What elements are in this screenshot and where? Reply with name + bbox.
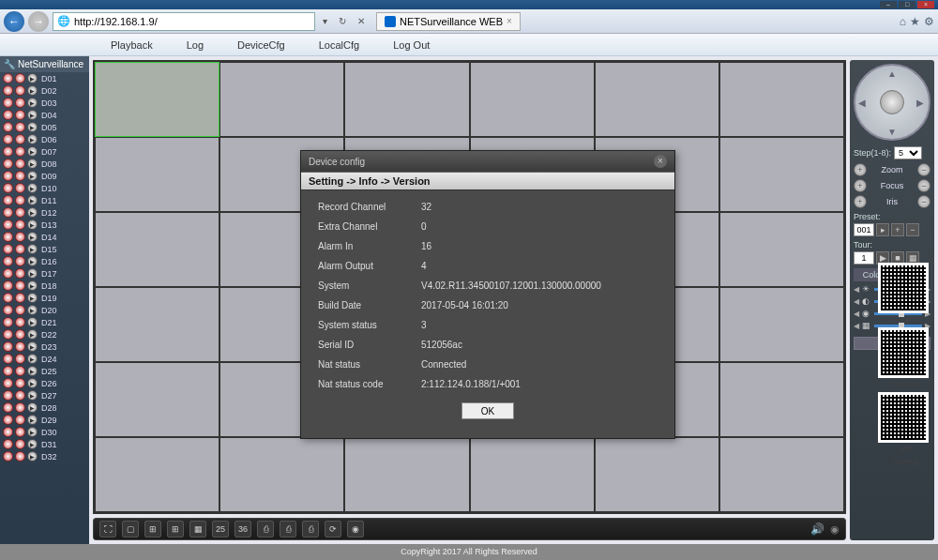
mute-icon[interactable]: ◉ [830, 523, 840, 536]
channel-row[interactable]: ▶D22 [0, 328, 89, 341]
video-cell[interactable] [719, 137, 844, 212]
back-button[interactable]: ← [4, 11, 24, 32]
video-cell[interactable] [95, 62, 219, 137]
play-icon[interactable]: ▶ [27, 171, 38, 181]
play-icon[interactable]: ▶ [27, 415, 38, 425]
play-icon[interactable]: ▶ [27, 219, 38, 230]
dropdown-icon[interactable]: ▾ [319, 16, 331, 26]
iris-plus-button[interactable]: + [854, 195, 867, 208]
play-icon[interactable]: ▶ [27, 317, 38, 327]
preset-value[interactable]: 001 [854, 223, 874, 236]
channel-row[interactable]: ▶D32 [0, 450, 89, 462]
menu-playback[interactable]: Playback [94, 39, 170, 51]
channel-row[interactable]: ▶D24 [0, 353, 89, 365]
channel-row[interactable]: ▶D12 [0, 206, 89, 219]
video-cell[interactable] [95, 437, 219, 512]
channel-row[interactable]: ▶D26 [0, 377, 89, 389]
ptz-down-icon[interactable]: ▼ [887, 127, 897, 136]
layout-button[interactable]: ⛶ [99, 521, 116, 537]
iris-minus-button[interactable]: − [917, 195, 930, 208]
layout-button[interactable]: ⎙ [257, 521, 274, 537]
play-icon[interactable]: ▶ [27, 159, 38, 169]
play-icon[interactable]: ▶ [27, 232, 38, 242]
channel-row[interactable]: ▶D02 [0, 84, 89, 97]
play-icon[interactable]: ▶ [27, 207, 38, 218]
channel-row[interactable]: ▶D01 [0, 72, 89, 84]
video-cell[interactable] [719, 362, 844, 437]
menu-logout[interactable]: Log Out [376, 39, 446, 51]
play-icon[interactable]: ▶ [27, 122, 38, 132]
channel-row[interactable]: ▶D15 [0, 243, 89, 255]
channel-row[interactable]: ▶D31 [0, 438, 89, 450]
channel-row[interactable]: ▶D27 [0, 389, 89, 401]
url-input[interactable]: 🌐 http://192.168.1.9/ [53, 12, 315, 31]
video-cell[interactable] [95, 287, 219, 362]
play-icon[interactable]: ▶ [27, 195, 38, 205]
video-cell[interactable] [95, 137, 219, 212]
focus-plus-button[interactable]: + [854, 179, 867, 192]
layout-button[interactable]: ⊞ [144, 521, 161, 537]
channel-row[interactable]: ▶D09 [0, 170, 89, 182]
play-icon[interactable]: ▶ [27, 378, 38, 388]
ptz-left-icon[interactable]: ◀ [858, 98, 868, 107]
video-cell[interactable] [470, 62, 595, 137]
play-icon[interactable]: ▶ [27, 427, 38, 437]
forward-button[interactable]: → [28, 11, 49, 32]
sound-icon[interactable]: 🔊 [810, 522, 825, 536]
channel-row[interactable]: ▶D25 [0, 365, 89, 377]
preset-del-button[interactable]: − [906, 223, 919, 236]
layout-button[interactable]: 36 [234, 521, 251, 537]
layout-button[interactable]: ◉ [347, 521, 364, 537]
play-icon[interactable]: ▶ [27, 110, 38, 120]
layout-button[interactable]: ▦ [189, 521, 206, 537]
layout-button[interactable]: ⊞ [167, 521, 184, 537]
play-icon[interactable]: ▶ [27, 354, 38, 364]
favorites-icon[interactable]: ★ [910, 15, 920, 28]
stop-icon[interactable]: ✕ [354, 16, 369, 26]
step-select[interactable]: 5 [894, 146, 922, 159]
video-cell[interactable] [595, 437, 719, 512]
tab-close-icon[interactable]: × [507, 16, 512, 26]
tour-value[interactable]: 1 [854, 251, 874, 265]
video-cell[interactable] [219, 437, 344, 512]
tools-icon[interactable]: ⚙ [924, 15, 934, 28]
dialog-close-button[interactable]: × [654, 155, 667, 168]
channel-row[interactable]: ▶D10 [0, 182, 89, 194]
ptz-right-icon[interactable]: ▶ [916, 98, 926, 107]
focus-minus-button[interactable]: − [917, 179, 930, 192]
close-button[interactable]: × [917, 1, 934, 8]
play-icon[interactable]: ▶ [27, 134, 38, 144]
preset-add-button[interactable]: + [891, 223, 904, 236]
video-cell[interactable] [95, 362, 219, 437]
play-icon[interactable]: ▶ [27, 256, 38, 266]
ptz-center[interactable] [880, 90, 904, 114]
zoom-plus-button[interactable]: + [854, 163, 867, 176]
play-icon[interactable]: ▶ [27, 366, 38, 376]
video-cell[interactable] [595, 62, 719, 137]
channel-row[interactable]: ▶D06 [0, 133, 89, 145]
play-icon[interactable]: ▶ [27, 73, 38, 83]
maximize-button[interactable]: □ [899, 1, 915, 8]
browser-tab[interactable]: NETSurveillance WEB × [376, 12, 521, 31]
channel-row[interactable]: ▶D18 [0, 280, 89, 292]
play-icon[interactable]: ▶ [27, 183, 38, 193]
menu-devicecfg[interactable]: DeviceCfg [220, 39, 302, 51]
video-cell[interactable] [344, 62, 469, 137]
channel-row[interactable]: ▶D21 [0, 316, 89, 328]
channel-row[interactable]: ▶D16 [0, 255, 89, 267]
play-icon[interactable]: ▶ [27, 451, 38, 462]
channel-row[interactable]: ▶D11 [0, 194, 89, 206]
preset-goto-button[interactable]: ▸ [876, 223, 889, 236]
channel-row[interactable]: ▶D20 [0, 304, 89, 316]
play-icon[interactable]: ▶ [27, 305, 38, 315]
play-icon[interactable]: ▶ [27, 85, 38, 96]
video-cell[interactable] [470, 437, 595, 512]
play-icon[interactable]: ▶ [27, 280, 38, 291]
menu-localcfg[interactable]: LocalCfg [302, 39, 376, 51]
play-icon[interactable]: ▶ [27, 439, 38, 449]
ptz-joystick[interactable]: ▲ ▼ ▶ ◀ [854, 64, 930, 141]
refresh-icon[interactable]: ↻ [335, 16, 350, 26]
channel-row[interactable]: ▶D28 [0, 401, 89, 414]
play-icon[interactable]: ▶ [27, 244, 38, 254]
layout-button[interactable]: 25 [212, 521, 229, 537]
